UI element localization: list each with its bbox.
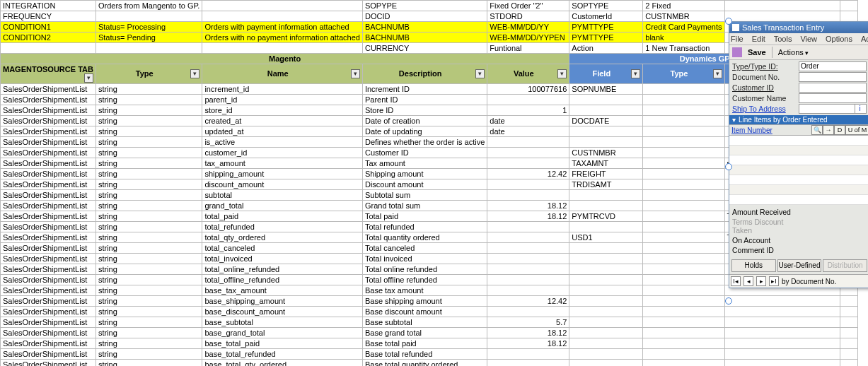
cell-field[interactable]: [569, 243, 643, 254]
lookup-icon[interactable]: 🔍: [811, 125, 823, 135]
cell-val[interactable]: [487, 179, 569, 190]
cell-desc[interactable]: Shipping amount: [362, 169, 487, 179]
cell-src[interactable]: SalesOrderShipmentList: [1, 137, 96, 148]
cell-field[interactable]: [569, 360, 643, 367]
cell[interactable]: Status= Processing: [96, 22, 202, 33]
cell-val[interactable]: [487, 232, 569, 243]
cell-field[interactable]: TAXAMNT: [569, 158, 643, 169]
cell-name[interactable]: total_canceled: [202, 243, 363, 254]
cell-name[interactable]: is_active: [202, 137, 363, 148]
cell-comm[interactable]: [724, 349, 840, 360]
cell-val[interactable]: 12.42: [487, 296, 569, 307]
cell-field[interactable]: SOPNUMBE: [569, 84, 643, 95]
cell-val[interactable]: date: [487, 126, 569, 137]
cell-val[interactable]: [487, 222, 569, 232]
cell-src[interactable]: SalesOrderShipmentList: [1, 190, 96, 201]
cell-val[interactable]: [487, 275, 569, 285]
cell-type[interactable]: string: [96, 307, 202, 317]
col-header-name[interactable]: Name▾: [202, 64, 363, 84]
lookup-icon[interactable]: i: [855, 105, 864, 113]
cell-type[interactable]: string: [96, 116, 202, 126]
col-header-description[interactable]: Description▾: [362, 64, 487, 84]
cell[interactable]: [202, 43, 363, 54]
cell-name[interactable]: customer_id: [202, 148, 363, 158]
save-button[interactable]: Save: [748, 48, 766, 57]
selection-handle[interactable]: [725, 297, 732, 305]
cell-field[interactable]: [569, 254, 643, 264]
cell[interactable]: CONDITION2: [1, 33, 96, 43]
col-d[interactable]: D: [834, 125, 845, 135]
cell-desc[interactable]: Base total quantity ordered: [362, 360, 487, 367]
cell[interactable]: Fixed Order "2": [487, 1, 569, 11]
cell-src[interactable]: SalesOrderShipmentList: [1, 158, 96, 169]
field-typeid[interactable]: Order: [799, 61, 867, 71]
cell-name[interactable]: total_qty_ordered: [202, 232, 363, 243]
cell-gtype[interactable]: [643, 179, 724, 190]
cell[interactable]: CustomerId: [569, 11, 643, 22]
field-shipto[interactable]: i: [799, 104, 867, 114]
cell-val[interactable]: 1: [487, 105, 569, 116]
cell-field[interactable]: [569, 264, 643, 275]
cell-gtype[interactable]: [643, 148, 724, 158]
arrow-right-icon[interactable]: →: [823, 125, 834, 135]
col-header-type[interactable]: Type▾: [96, 64, 202, 84]
filter-icon[interactable]: ▾: [475, 69, 485, 78]
cell-gtype[interactable]: [643, 222, 724, 232]
cell-name[interactable]: base_total_qty_ordered: [202, 360, 363, 367]
filter-icon[interactable]: ▾: [351, 69, 360, 78]
cell-val[interactable]: 18.12: [487, 201, 569, 211]
col-item-number[interactable]: Item Number: [729, 126, 811, 135]
cell[interactable]: INTEGRATION: [1, 1, 96, 11]
cell-src[interactable]: SalesOrderShipmentList: [1, 105, 96, 116]
cell-gtype[interactable]: [643, 317, 724, 328]
col-header-field[interactable]: Field▾: [569, 64, 643, 84]
menu-options[interactable]: Options: [826, 35, 852, 43]
cell-field[interactable]: [569, 137, 643, 148]
cell-src[interactable]: SalesOrderShipmentList: [1, 360, 96, 367]
cell-val[interactable]: 12.42: [487, 169, 569, 179]
gp-titlebar[interactable]: Sales Transaction Entry: [729, 22, 868, 33]
cell-src[interactable]: SalesOrderShipmentList: [1, 328, 96, 338]
cell-field[interactable]: [569, 349, 643, 360]
cell-field[interactable]: [569, 222, 643, 232]
cell-type[interactable]: string: [96, 211, 202, 222]
cell-src[interactable]: SalesOrderShipmentList: [1, 222, 96, 232]
cell-gtype[interactable]: [643, 116, 724, 126]
cell[interactable]: WEB-MM/DD/YY: [487, 22, 569, 33]
cell-gtype[interactable]: [643, 232, 724, 243]
selection-handle[interactable]: [725, 18, 732, 25]
cell-gtype[interactable]: [643, 360, 724, 367]
col-uofm[interactable]: U of M: [845, 125, 868, 135]
cell-src[interactable]: SalesOrderShipmentList: [1, 201, 96, 211]
cell[interactable]: [202, 1, 363, 11]
cell-desc[interactable]: Base grand total: [362, 328, 487, 338]
cell[interactable]: Orders with payment information attached: [202, 22, 363, 33]
col-header-gtype[interactable]: Type▾: [643, 64, 724, 84]
cell[interactable]: STDORD: [487, 11, 569, 22]
cell-val[interactable]: [487, 264, 569, 275]
cell-gtype[interactable]: [643, 137, 724, 148]
menu-view[interactable]: View: [800, 35, 817, 43]
cell-desc[interactable]: Base discount amount: [362, 307, 487, 317]
cell[interactable]: [96, 11, 202, 22]
cell-gtype[interactable]: [643, 285, 724, 296]
cell-type[interactable]: string: [96, 317, 202, 328]
cell-type[interactable]: string: [96, 264, 202, 275]
cell-name[interactable]: base_subtotal: [202, 317, 363, 328]
cell-desc[interactable]: Grand total sum: [362, 201, 487, 211]
cell-field[interactable]: [569, 95, 643, 105]
cell-desc[interactable]: Base subtotal: [362, 317, 487, 328]
cell-src[interactable]: SalesOrderShipmentList: [1, 126, 96, 137]
nav-prev-icon[interactable]: ◂: [743, 276, 753, 286]
cell-type[interactable]: string: [96, 349, 202, 360]
cell-gtype[interactable]: [643, 275, 724, 285]
cell[interactable]: CONDITION1: [1, 22, 96, 33]
cell[interactable]: FREQUENCY: [1, 11, 96, 22]
cell-comm[interactable]: [724, 307, 840, 317]
cell-field[interactable]: [569, 338, 643, 349]
cell[interactable]: Funtional: [487, 43, 569, 54]
cell-type[interactable]: string: [96, 275, 202, 285]
cell-desc[interactable]: Total offline refunded: [362, 275, 487, 285]
cell-src[interactable]: SalesOrderShipmentList: [1, 317, 96, 328]
menu-file[interactable]: File: [731, 35, 743, 43]
